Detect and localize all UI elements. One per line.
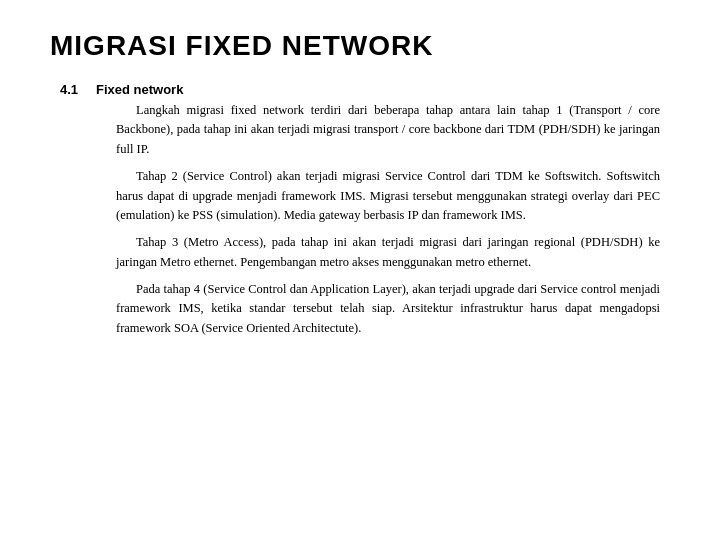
section-header: 4.1 Fixed network <box>60 82 660 97</box>
section-4-1: 4.1 Fixed network Langkah migrasi fixed … <box>60 82 660 338</box>
paragraph-4: Pada tahap 4 (Service Control dan Applic… <box>60 280 660 338</box>
paragraph-2: Tahap 2 (Service Control) akan terjadi m… <box>60 167 660 225</box>
section-number: 4.1 <box>60 82 96 97</box>
paragraph-3: Tahap 3 (Metro Access), pada tahap ini a… <box>60 233 660 272</box>
paragraph-1: Langkah migrasi fixed network terdiri da… <box>60 101 660 159</box>
page-container: MIGRASI FIXED NETWORK 4.1 Fixed network … <box>0 0 720 540</box>
section-title: Fixed network <box>96 82 183 97</box>
page-title: MIGRASI FIXED NETWORK <box>50 30 660 62</box>
